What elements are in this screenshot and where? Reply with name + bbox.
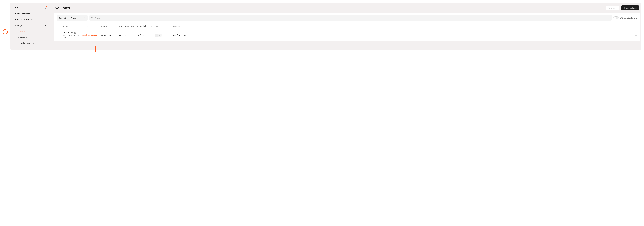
nav-label: Snapshots	[18, 36, 27, 39]
notification-dot-icon	[46, 6, 47, 7]
table-row: New volume ID High IOPS SSD / 1 GiB Atta…	[54, 30, 640, 41]
search-by-select[interactable]: Name	[69, 17, 86, 19]
nav-label: Storage	[15, 25, 22, 27]
chevron-down-icon	[616, 7, 617, 9]
filter-row: Search By Name Without a	[54, 13, 640, 23]
sidebar-item-snapshots[interactable]: Snapshots	[12, 35, 50, 40]
callout-1-number: 1	[4, 31, 6, 33]
volume-name: New volume	[62, 32, 73, 34]
chevron-down-icon	[84, 17, 86, 19]
ellipsis-icon	[635, 35, 638, 36]
nav-label: Bare Metal Servers	[15, 19, 33, 21]
sidebar: CLOUD Virtual Instances Bare Metal Serve…	[12, 4, 50, 48]
main-header: Volumes Actions Create Volume	[54, 4, 640, 13]
callout-1: 1	[2, 29, 8, 35]
sidebar-item-snapshot-schedules[interactable]: Snapshot Schedules	[12, 40, 50, 46]
search-by-control: Search By Name	[57, 15, 88, 21]
col-instance: Instance	[82, 25, 101, 27]
without-attachments-filter: Without attachments	[614, 16, 638, 19]
actions-dropdown[interactable]: Actions	[606, 6, 620, 10]
nav-label: Volumes	[18, 31, 25, 33]
select-all-checkbox[interactable]	[57, 25, 59, 27]
search-by-label: Search By	[58, 17, 69, 19]
col-created: Created	[173, 25, 631, 27]
nav-bare-metal[interactable]: Bare Metal Servers	[12, 17, 50, 23]
sidebar-item-volumes[interactable]: Volumes	[12, 29, 50, 35]
search-input[interactable]	[95, 17, 610, 19]
search-icon	[91, 17, 93, 19]
tag-key: 1	[155, 34, 158, 37]
without-attachments-label: Without attachments	[620, 17, 638, 19]
toggle-knob-icon	[616, 17, 618, 19]
content-panel: Search By Name Without a	[54, 13, 640, 41]
tag-value: 3	[158, 34, 162, 37]
callout-2-line	[96, 47, 96, 52]
col-mbps: MBps limit / burst	[137, 25, 155, 27]
svg-point-0	[92, 17, 93, 18]
volume-subtitle: High IOPS SSD / 1 GiB	[62, 34, 82, 39]
nav-label: Virtual Instances	[15, 13, 30, 15]
created-cell: 3/29/24, 9:25 AM	[173, 34, 631, 36]
row-checkbox[interactable]	[57, 34, 59, 36]
tag-badge[interactable]: 1 3	[155, 34, 162, 37]
app-frame: 1 2 CLOUD Virtual Instances Bare Metal S…	[10, 3, 642, 50]
callout-1-line	[8, 32, 16, 32]
notifications-bell[interactable]	[44, 6, 47, 9]
nav-virtual-instances[interactable]: Virtual Instances	[12, 11, 50, 17]
nav-label: Snapshot Schedules	[18, 42, 36, 44]
col-iops: IOPS limit / burst	[119, 25, 137, 27]
chevron-down-icon	[45, 25, 47, 27]
header-actions: Actions Create Volume	[606, 6, 639, 11]
chevron-right-icon	[45, 13, 47, 15]
iops-cell: 60 / 600	[119, 34, 137, 36]
volume-name-cell: New volume ID High IOPS SSD / 1 GiB	[62, 32, 82, 39]
attach-to-instance-link[interactable]: Attach to Instance	[82, 34, 97, 36]
page-title: Volumes	[55, 6, 70, 10]
col-tags: Tags	[155, 25, 173, 27]
svg-line-1	[92, 18, 93, 19]
id-badge[interactable]: ID	[74, 32, 76, 34]
volumes-table: Name Instance Region IOPS limit / burst …	[54, 23, 640, 41]
without-attachments-toggle[interactable]	[614, 16, 619, 19]
search-by-value: Name	[71, 17, 76, 19]
search-field[interactable]	[90, 15, 612, 21]
svg-point-2	[635, 36, 636, 36]
mbps-cell: 10 / 100	[137, 34, 155, 36]
nav-storage[interactable]: Storage	[12, 23, 50, 29]
brand: CLOUD	[15, 6, 24, 9]
svg-point-4	[637, 36, 638, 36]
main: Volumes Actions Create Volume Search By …	[50, 4, 640, 48]
col-name: Name	[62, 25, 82, 27]
region-cell: Luxembourg-2	[101, 34, 119, 36]
table-header: Name Instance Region IOPS limit / burst …	[54, 23, 640, 30]
actions-label: Actions	[608, 7, 614, 9]
col-region: Region	[101, 25, 119, 27]
svg-point-3	[636, 36, 636, 36]
sidebar-header: CLOUD	[12, 6, 50, 11]
create-volume-button[interactable]: Create Volume	[621, 6, 639, 11]
row-actions-menu[interactable]	[635, 34, 638, 37]
